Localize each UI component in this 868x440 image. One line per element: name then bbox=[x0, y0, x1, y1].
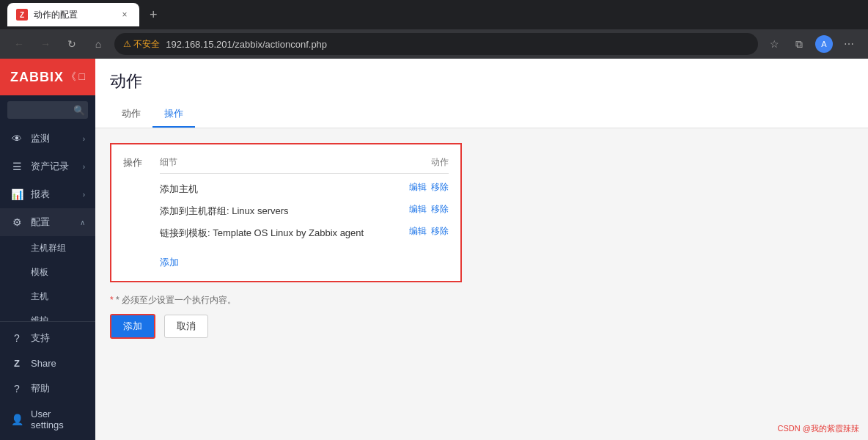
detail-column-header: 细节 bbox=[160, 156, 390, 169]
sidebar-item-user-settings[interactable]: 👤 User settings bbox=[0, 402, 95, 437]
required-star: * bbox=[110, 295, 114, 305]
config-submenu: 主机群组 模板 主机 维护 动作 关联项事件 自动发现 服务 bbox=[0, 236, 95, 321]
zabbix-logo-text: ZABBIX bbox=[10, 70, 64, 85]
sidebar-item-support[interactable]: ? 支持 bbox=[0, 325, 95, 351]
extensions-icon[interactable]: ⧉ bbox=[789, 34, 809, 54]
sidebar-item-monitor[interactable]: 👁 监测 › bbox=[0, 125, 95, 153]
edit-link[interactable]: 编辑 bbox=[409, 203, 427, 216]
sidebar-item-label: 报表 bbox=[31, 188, 76, 201]
app-container: ZABBIX 《 □ 🔍 👁 监测 › ☰ 资产记录 › 📊 报表 bbox=[0, 59, 868, 440]
browser-nav-bar: ← → ↻ ⌂ ⚠ 不安全 192.168.15.201/zabbix/acti… bbox=[0, 29, 868, 59]
reports-icon: 📊 bbox=[10, 188, 23, 200]
chevron-right-icon: › bbox=[83, 191, 85, 199]
remove-link[interactable]: 移除 bbox=[431, 225, 449, 238]
operations-section-label: 操作 bbox=[123, 155, 142, 168]
help-label: 帮助 bbox=[31, 382, 50, 395]
address-bar[interactable]: ⚠ 不安全 192.168.15.201/zabbix/actionconf.p… bbox=[114, 33, 758, 55]
forward-button[interactable]: → bbox=[35, 34, 56, 54]
row-detail: 链接到模板: Template OS Linux by Zabbix agent bbox=[160, 225, 409, 241]
operations-box: 操作 细节 动作 添加主机 编辑 移除 bbox=[110, 143, 462, 282]
home-button[interactable]: ⌂ bbox=[88, 34, 108, 54]
sidebar-item-config[interactable]: ⚙ 配置 ∧ bbox=[0, 208, 95, 236]
browser-tab-bar: Z 动作的配置 × + bbox=[0, 0, 868, 29]
watermark: CSDN @我的紫霞辣辣 bbox=[778, 423, 859, 434]
sidebar-item-maintenance[interactable]: 维护 bbox=[10, 309, 95, 321]
row-actions: 编辑 移除 bbox=[409, 181, 449, 194]
share-label: Share bbox=[31, 358, 56, 369]
reload-button[interactable]: ↻ bbox=[62, 34, 82, 54]
add-operation-link[interactable]: 添加 bbox=[160, 256, 179, 269]
sidebar: ZABBIX 《 □ 🔍 👁 监测 › ☰ 资产记录 › 📊 报表 bbox=[0, 59, 95, 440]
chevron-right-icon: › bbox=[83, 135, 85, 143]
back-button[interactable]: ← bbox=[9, 34, 29, 54]
sidebar-item-label: 配置 bbox=[31, 216, 73, 229]
security-warning: ⚠ 不安全 bbox=[123, 38, 160, 51]
user-avatar: A bbox=[815, 35, 833, 53]
table-row: 添加主机 编辑 移除 bbox=[160, 178, 449, 200]
sidebar-item-assets[interactable]: ☰ 资产记录 › bbox=[0, 153, 95, 180]
user-settings-label: User settings bbox=[31, 408, 85, 430]
page-tabs: 动作 操作 bbox=[110, 101, 853, 128]
sidebar-menu: 👁 监测 › ☰ 资产记录 › 📊 报表 › ⚙ 配置 ∧ 主机群组 bbox=[0, 125, 95, 321]
content-area: 操作 细节 动作 添加主机 编辑 移除 bbox=[95, 128, 868, 353]
more-icon[interactable]: ⋯ bbox=[839, 34, 859, 54]
row-detail: 添加主机 bbox=[160, 181, 409, 197]
help-icon: ? bbox=[10, 383, 23, 395]
edit-link[interactable]: 编辑 bbox=[409, 225, 427, 238]
chevron-down-icon: ∧ bbox=[80, 219, 85, 227]
share-icon: Z bbox=[10, 358, 23, 369]
sidebar-item-templates[interactable]: 模板 bbox=[10, 260, 95, 285]
table-row: 添加到主机群组: Linux servers 编辑 移除 bbox=[160, 200, 449, 222]
page-header: 动作 动作 操作 bbox=[95, 59, 868, 128]
remove-link[interactable]: 移除 bbox=[431, 203, 449, 216]
row-actions: 编辑 移除 bbox=[409, 203, 449, 216]
sidebar-logo-icons: 《 □ bbox=[66, 70, 85, 84]
bookmark-star-icon[interactable]: ☆ bbox=[764, 34, 784, 54]
collapse-icon[interactable]: 《 bbox=[66, 70, 76, 84]
search-icon[interactable]: 🔍 bbox=[73, 105, 85, 116]
tab-operations[interactable]: 操作 bbox=[152, 101, 195, 128]
edit-link[interactable]: 编辑 bbox=[409, 181, 427, 194]
sidebar-item-help[interactable]: ? 帮助 bbox=[0, 375, 95, 402]
row-actions: 编辑 移除 bbox=[409, 225, 449, 238]
search-box: 🔍 bbox=[0, 95, 95, 125]
sidebar-item-share[interactable]: Z Share bbox=[0, 351, 95, 375]
required-note: * * 必须至少设置一个执行内容。 bbox=[110, 294, 853, 307]
sidebar-item-reports[interactable]: 📊 报表 › bbox=[0, 180, 95, 208]
config-icon: ⚙ bbox=[10, 216, 23, 228]
user-icon: 👤 bbox=[10, 414, 23, 425]
main-content: 动作 动作 操作 操作 细节 动作 bbox=[95, 59, 868, 440]
tab-close-button[interactable]: × bbox=[119, 9, 130, 21]
page-title: 动作 bbox=[110, 70, 853, 92]
tab-actions[interactable]: 动作 bbox=[110, 101, 152, 128]
sidebar-item-hosts[interactable]: 主机 bbox=[10, 285, 95, 309]
assets-icon: ☰ bbox=[10, 161, 23, 172]
remove-link[interactable]: 移除 bbox=[431, 181, 449, 194]
support-icon: ? bbox=[10, 332, 23, 344]
tab-favicon: Z bbox=[16, 9, 28, 21]
form-buttons: 添加 取消 bbox=[110, 314, 853, 339]
support-label: 支持 bbox=[31, 331, 50, 345]
sidebar-bottom: ? 支持 Z Share ? 帮助 👤 User settings bbox=[0, 321, 95, 440]
tab-title: 动作的配置 bbox=[34, 9, 78, 21]
active-tab[interactable]: Z 动作的配置 × bbox=[7, 3, 139, 26]
new-tab-button[interactable]: + bbox=[145, 7, 162, 23]
sidebar-item-label: 资产记录 bbox=[31, 160, 76, 173]
operations-table-header: 细节 动作 bbox=[160, 156, 449, 174]
chevron-right-icon: › bbox=[83, 163, 85, 171]
cancel-button[interactable]: 取消 bbox=[164, 315, 208, 338]
sidebar-item-label: 监测 bbox=[31, 132, 76, 145]
action-column-header: 动作 bbox=[390, 156, 449, 169]
profile-icon[interactable]: A bbox=[814, 34, 834, 54]
add-button[interactable]: 添加 bbox=[110, 314, 155, 339]
sidebar-logo: ZABBIX 《 □ bbox=[0, 59, 95, 95]
sidebar-item-host-groups[interactable]: 主机群组 bbox=[10, 236, 95, 260]
table-row: 链接到模板: Template OS Linux by Zabbix agent… bbox=[160, 222, 449, 244]
layout-icon[interactable]: □ bbox=[79, 70, 85, 84]
monitor-icon: 👁 bbox=[10, 133, 23, 144]
row-detail: 添加到主机群组: Linux servers bbox=[160, 203, 409, 219]
nav-right-icons: ☆ ⧉ A ⋯ bbox=[764, 34, 859, 54]
url-text: 192.168.15.201/zabbix/actionconf.php bbox=[166, 39, 749, 50]
